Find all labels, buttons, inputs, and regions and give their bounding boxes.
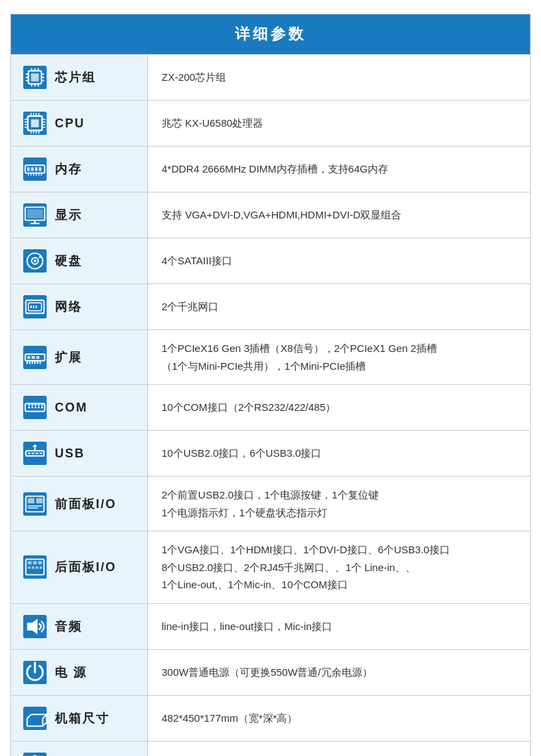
- memory-icon: [18, 156, 52, 182]
- spec-row-temperature: 工作温度 0～60°C: [11, 741, 530, 757]
- spec-value-power: 300W普通电源（可更换550W普通/冗余电源）: [148, 650, 530, 695]
- spec-row-cpu: CPU 兆芯 KX-U6580处理器: [11, 100, 530, 146]
- spec-label-network: 网络: [11, 284, 148, 329]
- spec-label-text-chassis: 机箱尺寸: [55, 710, 110, 727]
- spec-label-text-audio: 音频: [55, 618, 82, 635]
- svg-rect-105: [38, 562, 42, 565]
- spec-label-rear-io: 后面板I/O: [11, 531, 148, 603]
- spec-row-expansion: 扩展 1个PCIeX16 Gen 3插槽（X8信号），2个PCIeX1 Gen …: [11, 329, 530, 384]
- spec-label-text-com: COM: [55, 401, 88, 415]
- svg-rect-56: [23, 295, 47, 318]
- spec-value-chassis: 482*450*177mm（宽*深*高）: [148, 696, 530, 741]
- spec-label-audio: 音频: [11, 604, 148, 649]
- spec-row-com: COM 10个COM接口（2个RS232/422/485）: [11, 384, 530, 430]
- svg-point-83: [32, 404, 34, 406]
- svg-point-84: [35, 404, 37, 406]
- spec-label-expansion: 扩展: [11, 330, 148, 384]
- spec-label-text-network: 网络: [55, 299, 82, 315]
- spec-value-cpu: 兆芯 KX-U6580处理器: [148, 101, 530, 146]
- expansion-icon: [18, 344, 52, 370]
- temperature-icon: [18, 751, 52, 757]
- chassis-icon: [18, 705, 52, 731]
- svg-rect-103: [28, 562, 32, 565]
- svg-rect-37: [31, 167, 34, 171]
- spec-row-power: 电 源 300W普通电源（可更换550W普通/冗余电源）: [11, 649, 530, 695]
- svg-point-79: [35, 407, 37, 409]
- spec-value-harddisk: 4个SATAIII接口: [148, 238, 530, 284]
- spec-label-harddisk: 硬盘: [11, 238, 148, 284]
- spec-label-com: COM: [11, 385, 148, 430]
- spec-row-memory: 内存 4*DDR4 2666MHz DIMM内存插槽，支持64G内存: [11, 146, 530, 192]
- spec-row-chipset: 芯片组 ZX-200芯片组: [11, 54, 530, 100]
- cpu-icon: [18, 110, 52, 136]
- svg-rect-104: [33, 562, 37, 565]
- svg-point-80: [38, 407, 40, 409]
- spec-value-audio: line-in接口，line-out接口，Mic-in接口: [148, 604, 530, 649]
- svg-rect-97: [28, 498, 35, 503]
- spec-label-power: 电 源: [11, 650, 148, 695]
- svg-point-77: [28, 407, 30, 409]
- spec-row-usb: USB 10个USB2.0接口，6个USB3.0接口: [11, 430, 530, 476]
- spec-row-audio: 音频 line-in接口，line-out接口，Mic-in接口: [11, 603, 530, 649]
- svg-point-86: [41, 404, 43, 406]
- svg-rect-98: [36, 498, 43, 503]
- spec-label-text-front-io: 前面板I/O: [55, 496, 116, 512]
- spec-label-chipset: 芯片组: [11, 55, 148, 100]
- spec-row-rear-io: 后面板I/O 1个VGA接口、1个HDMI接口、1个DVI-D接口、6个USB3…: [11, 531, 530, 603]
- svg-point-85: [38, 404, 40, 406]
- spec-label-temperature: 工作温度: [11, 742, 148, 757]
- chipset-icon: [18, 64, 52, 90]
- spec-value-chipset: ZX-200芯片组: [148, 55, 530, 100]
- spec-row-front-io: 前面板I/O 2个前置USB2.0接口，1个电源按键，1个复位键1个电源指示灯，…: [11, 476, 530, 531]
- svg-rect-109: [40, 566, 42, 569]
- svg-rect-106: [28, 566, 31, 569]
- spec-label-text-display: 显示: [55, 207, 82, 223]
- spec-label-memory: 内存: [11, 147, 148, 192]
- svg-rect-68: [36, 356, 40, 359]
- spec-label-front-io: 前面板I/O: [11, 477, 148, 531]
- spec-value-front-io: 2个前置USB2.0接口，1个电源按键，1个复位键1个电源指示灯，1个硬盘状态指…: [148, 477, 530, 531]
- spec-row-chassis: 机箱尺寸 482*450*177mm（宽*深*高）: [11, 695, 530, 741]
- spec-row-display: 显示 支持 VGA+DVI-D,VGA+HDMI,HDMI+DVI-D双显组合: [11, 192, 530, 238]
- svg-rect-17: [31, 119, 38, 127]
- svg-rect-90: [32, 453, 34, 454]
- spec-value-usb: 10个USB2.0接口，6个USB3.0接口: [148, 431, 530, 476]
- svg-rect-89: [28, 453, 31, 454]
- spec-label-text-cpu: CPU: [55, 116, 85, 131]
- svg-point-78: [32, 407, 34, 409]
- spec-label-usb: USB: [11, 431, 148, 476]
- svg-rect-91: [36, 453, 38, 454]
- spec-value-expansion: 1个PCIeX16 Gen 3插槽（X8信号），2个PCIeX1 Gen 2插槽…: [148, 330, 530, 384]
- spec-label-text-power: 电 源: [55, 664, 87, 681]
- spec-value-com: 10个COM接口（2个RS232/422/485）: [148, 385, 530, 430]
- svg-rect-36: [27, 167, 30, 171]
- power-icon: [18, 659, 52, 685]
- svg-rect-107: [32, 566, 34, 569]
- spec-label-text-usb: USB: [55, 446, 85, 461]
- spec-table: 详细参数 芯片组 ZX-200芯片组: [10, 14, 531, 756]
- spec-row-harddisk: 硬盘 4个SATAIII接口: [11, 238, 530, 284]
- svg-rect-39: [39, 167, 42, 171]
- rear-io-icon: [18, 554, 52, 580]
- svg-rect-108: [36, 566, 38, 569]
- spec-label-chassis: 机箱尺寸: [11, 696, 148, 741]
- spec-label-text-harddisk: 硬盘: [55, 253, 82, 269]
- svg-point-54: [34, 260, 36, 262]
- svg-rect-38: [35, 167, 38, 171]
- spec-label-cpu: CPU: [11, 101, 148, 146]
- spec-value-display: 支持 VGA+DVI-D,VGA+HDMI,HDMI+DVI-D双显组合: [148, 192, 530, 238]
- spec-row-network: 网络 2个千兆网口: [11, 284, 530, 329]
- usb-icon: [18, 440, 52, 466]
- spec-value-temperature: 0～60°C: [148, 742, 530, 757]
- spec-label-display: 显示: [11, 192, 148, 238]
- svg-rect-67: [32, 356, 35, 359]
- spec-value-memory: 4*DDR4 2666MHz DIMM内存插槽，支持64G内存: [148, 147, 530, 192]
- spec-title: 详细参数: [11, 14, 530, 54]
- svg-point-82: [28, 404, 30, 406]
- svg-rect-48: [27, 209, 43, 218]
- spec-value-network: 2个千兆网口: [148, 284, 530, 329]
- svg-rect-2: [31, 73, 38, 81]
- spec-label-text-rear-io: 后面板I/O: [55, 559, 116, 575]
- front-io-icon: [18, 491, 52, 517]
- spec-label-text-memory: 内存: [55, 161, 82, 177]
